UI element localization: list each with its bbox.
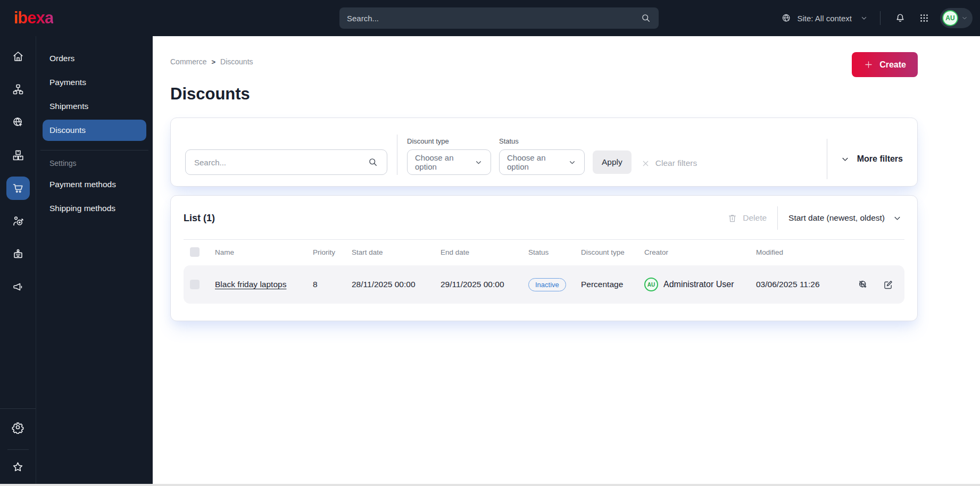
site-globe-icon [12, 116, 24, 129]
rail-bottom [0, 408, 36, 479]
preview-disabled-button[interactable] [858, 279, 869, 290]
list-tools: Delete Start date (newest, oldest) [727, 206, 904, 230]
end-date-value: 29/11/2025 00:00 [441, 280, 528, 289]
rail-item-products[interactable] [6, 144, 30, 167]
sidebar-item-orders[interactable]: Orders [43, 48, 146, 69]
chevron-down-icon [860, 14, 868, 22]
rail-item-content[interactable] [6, 78, 30, 101]
bookmarks-star-icon [11, 460, 24, 474]
status-select[interactable]: Choose an option [499, 149, 585, 175]
settings-gear-icon [11, 421, 24, 434]
rail-item-settings[interactable] [6, 415, 30, 439]
topbar: ibexa Site: All context [0, 0, 980, 36]
chevron-down-icon [840, 154, 850, 164]
filter-divider [397, 135, 397, 175]
create-button-label: Create [879, 60, 906, 70]
user-menu[interactable]: AU [940, 8, 973, 28]
rail-item-marketing[interactable] [6, 275, 30, 299]
main-header: Commerce > Discounts Create [170, 52, 918, 77]
site-context-selector[interactable]: Site: All context [781, 13, 868, 24]
global-search-input[interactable] [347, 14, 641, 23]
topbar-right: Site: All context AU [781, 8, 973, 28]
filter-search-input[interactable] [194, 158, 368, 167]
main-content: Commerce > Discounts Create Discounts [153, 36, 980, 486]
apply-button[interactable]: Apply [593, 150, 632, 174]
table-header-row: Name Priority Start date End date Status… [184, 240, 904, 262]
breadcrumb-discounts[interactable]: Discounts [220, 57, 253, 66]
row-actions [851, 279, 898, 290]
rail-item-site[interactable] [6, 111, 30, 134]
start-date-value: 28/11/2025 00:00 [352, 280, 441, 289]
rail-item-customers[interactable] [6, 242, 30, 266]
clear-filters-button[interactable]: Clear filters [641, 158, 697, 168]
rail-item-commerce[interactable] [6, 177, 30, 200]
list-title: List (1) [184, 213, 215, 224]
edit-icon [883, 279, 894, 290]
sidebar-item-label: Orders [49, 54, 74, 63]
discount-type-value: Choose an option [415, 153, 468, 171]
chevron-down-icon [892, 213, 902, 223]
status-filter: Status Choose an option [499, 137, 585, 175]
breadcrumb-commerce[interactable]: Commerce [170, 57, 206, 66]
bell-icon [894, 12, 906, 24]
discount-type-value: Percentage [581, 280, 644, 289]
notifications-button[interactable] [892, 10, 908, 26]
sidebar-section-label: Settings [43, 159, 146, 167]
delete-button-label: Delete [743, 213, 767, 223]
personalization-target-icon [12, 215, 24, 228]
rail-separator [0, 408, 36, 409]
discount-name-link[interactable]: Black friday laptops [215, 280, 313, 289]
discounts-table: Name Priority Start date End date Status… [184, 239, 904, 304]
app-switcher-button[interactable] [917, 11, 932, 26]
more-filters-button[interactable]: More filters [827, 139, 903, 179]
modified-value: 03/06/2025 11:26 [756, 280, 851, 289]
sidebar-item-label: Discounts [49, 125, 86, 135]
plus-icon [863, 60, 874, 70]
discount-type-select[interactable]: Choose an option [407, 149, 491, 175]
sidebar-item-shipping-methods[interactable]: Shipping methods [43, 198, 146, 219]
edit-button[interactable] [883, 279, 894, 290]
column-header-name: Name [215, 248, 313, 256]
delete-button[interactable]: Delete [727, 213, 767, 223]
column-header-modified: Modified [756, 248, 898, 256]
create-button[interactable]: Create [852, 52, 918, 77]
page-title: Discounts [170, 85, 918, 104]
sidebar-item-label: Shipping methods [49, 204, 115, 213]
chevron-down-icon [568, 158, 577, 167]
row-checkbox[interactable] [190, 280, 200, 289]
list-tools-divider [777, 206, 778, 230]
global-search[interactable] [339, 7, 659, 29]
list-header: List (1) Delete Start date (newest, olde… [184, 206, 904, 230]
home-icon [12, 50, 24, 63]
select-all-checkbox[interactable] [190, 247, 200, 257]
table-row: Black friday laptops 8 28/11/2025 00:00 … [184, 265, 904, 304]
creator-cell: AU Administrator User [644, 278, 756, 291]
list-card: List (1) Delete Start date (newest, olde… [170, 195, 918, 321]
globe-slash-cursor-icon [858, 279, 869, 290]
sidebar-item-payments[interactable]: Payments [43, 72, 146, 93]
filters-card: Discount type Choose an option Status Ch… [170, 118, 918, 187]
filter-search[interactable] [185, 149, 387, 175]
column-header-end-date: End date [441, 248, 528, 256]
commerce-sidebar: Orders Payments Shipments Discounts Sett… [36, 36, 153, 486]
grid-dots-icon [919, 13, 929, 23]
breadcrumb: Commerce > Discounts [170, 57, 253, 66]
column-header-start-date: Start date [352, 248, 441, 256]
search-icon [368, 157, 378, 167]
globe-icon [781, 13, 792, 24]
sidebar-item-discounts[interactable]: Discounts [43, 120, 146, 141]
content-tree-icon [12, 83, 24, 96]
trash-icon [727, 213, 737, 223]
sort-dropdown[interactable]: Start date (newest, oldest) [788, 213, 904, 223]
sidebar-item-payment-methods[interactable]: Payment methods [43, 174, 146, 195]
rail-item-bookmarks[interactable] [6, 455, 30, 479]
status-label: Status [499, 137, 585, 145]
breadcrumb-separator: > [211, 58, 215, 66]
rail-item-personalization[interactable] [6, 210, 30, 233]
search-icon [641, 13, 651, 23]
sidebar-item-shipments[interactable]: Shipments [43, 96, 146, 117]
sidebar-item-label: Payment methods [49, 180, 116, 189]
discount-type-label: Discount type [407, 137, 491, 145]
ibexa-logo[interactable]: ibexa [14, 9, 53, 28]
rail-item-dashboard[interactable] [6, 45, 30, 68]
